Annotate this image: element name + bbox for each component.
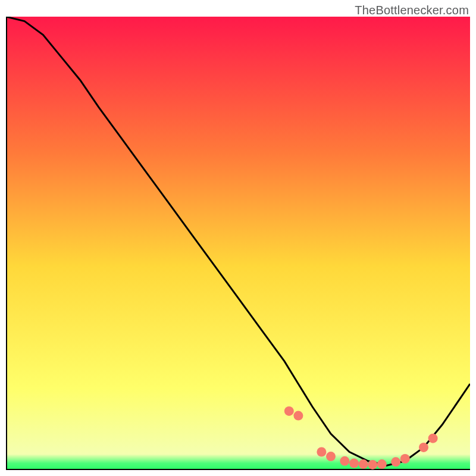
gradient-background <box>6 17 470 470</box>
data-point <box>391 457 400 466</box>
data-point <box>377 459 387 469</box>
data-point <box>368 460 377 469</box>
data-point <box>349 459 359 468</box>
data-point <box>400 454 410 464</box>
chart-svg <box>6 17 470 470</box>
data-point <box>340 456 349 466</box>
data-point <box>326 452 336 461</box>
source-attribution: TheBottlenecker.com <box>355 4 469 17</box>
bottleneck-chart <box>6 17 470 470</box>
data-point <box>293 411 303 421</box>
data-point <box>284 406 294 416</box>
data-point <box>317 447 326 457</box>
data-point <box>359 459 368 469</box>
data-point <box>428 434 438 443</box>
data-point <box>419 443 428 452</box>
